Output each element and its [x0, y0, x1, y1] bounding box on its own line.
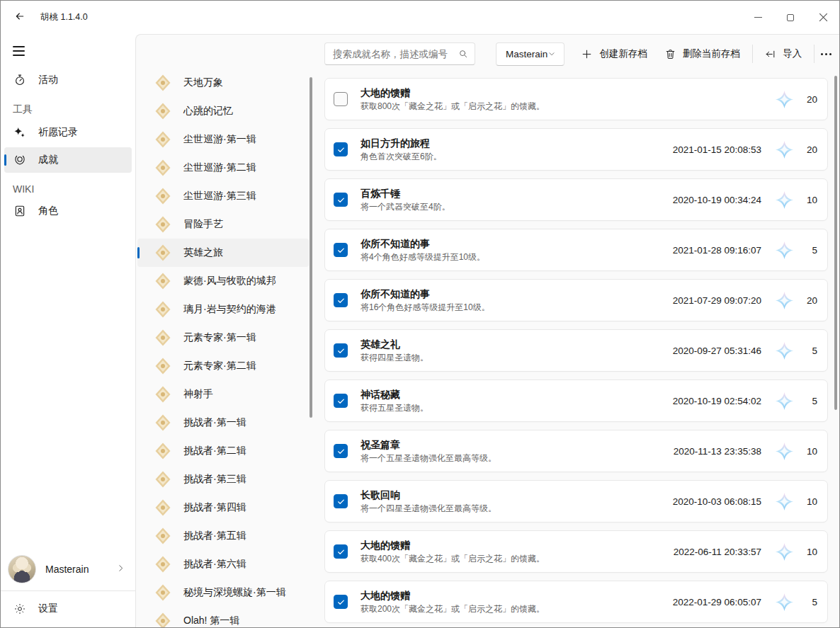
category-item[interactable]: 尘世巡游·第二辑: [137, 154, 309, 182]
chevron-down-icon: [547, 50, 556, 58]
gear-icon: [13, 603, 26, 616]
achievement-card[interactable]: 百炼千锤 将一个武器突破至4阶。 2020-10-19 00:34:24 10: [324, 178, 828, 221]
category-label: 挑战者·第五辑: [183, 530, 246, 542]
category-label: 神射手: [183, 388, 213, 401]
category-item[interactable]: 冒险手艺: [137, 210, 309, 239]
sidebar-item-label: 祈愿记录: [38, 126, 78, 139]
sidebar-item-achievement[interactable]: 成就: [4, 147, 132, 173]
achievement-list: 大地的馈赠 获取800次「藏金之花」或「启示之花」的馈藏。 20 如日方升的旅程…: [324, 78, 828, 627]
achievement-card[interactable]: 如日方升的旅程 角色首次突破至6阶。 2021-01-15 20:08:53 2…: [324, 128, 828, 171]
sidebar-item-character[interactable]: 角色: [4, 198, 132, 224]
category-label: 天地万象: [183, 76, 223, 89]
search-box: [324, 42, 475, 65]
user-card[interactable]: Masterain: [1, 551, 135, 588]
achievement-checkbox[interactable]: [334, 444, 348, 458]
minimize-button[interactable]: [742, 1, 774, 34]
achievement-checkbox[interactable]: [334, 142, 348, 156]
trash-icon: [664, 48, 676, 60]
create-archive-label: 创建新存档: [599, 47, 647, 60]
check-icon: [336, 547, 346, 556]
delete-archive-button[interactable]: 删除当前存档: [659, 42, 746, 66]
close-icon: [819, 13, 828, 22]
achievement-title: 百炼千锤: [361, 187, 673, 200]
minimize-icon: [754, 17, 762, 18]
category-label: 尘世巡游·第一辑: [183, 133, 256, 146]
hamburger-menu-button[interactable]: [8, 39, 35, 63]
category-item[interactable]: 挑战者·第六辑: [137, 550, 309, 578]
achievement-card[interactable]: 神话秘藏 获得五星圣遗物。 2020-10-19 02:54:02 5: [324, 379, 828, 422]
achievement-card[interactable]: 你所不知道的事 将4个角色好感等级提升至10级。 2021-01-28 09:1…: [324, 229, 828, 271]
more-options-button[interactable]: [821, 42, 832, 66]
achievement-checkbox[interactable]: [334, 193, 348, 207]
archive-selected-value: Masterain: [506, 49, 547, 59]
sidebar-item-activity[interactable]: 活动: [4, 67, 132, 93]
import-button[interactable]: 导入: [759, 42, 807, 66]
sidebar-item-wish-record[interactable]: 祈愿记录: [4, 120, 132, 145]
achievement-text: 如日方升的旅程 角色首次突破至6阶。: [361, 137, 673, 162]
category-item[interactable]: 心跳的记忆: [137, 97, 309, 125]
category-item[interactable]: 神射手: [137, 380, 309, 409]
achievement-card[interactable]: 英雄之礼 获得四星圣遗物。 2020-09-27 05:31:46 5: [324, 329, 828, 372]
achievement-checkbox[interactable]: [334, 595, 348, 609]
close-button[interactable]: [807, 1, 839, 34]
achievement-card[interactable]: 大地的馈赠 获取400次「藏金之花」或「启示之花」的馈藏。 2022-06-11…: [324, 530, 828, 573]
content-pane: Masterain 创建新存档 删除当前存档 导入: [135, 34, 839, 627]
achievement-card[interactable]: 长歌回响 将一个四星圣遗物强化至最高等级。 2020-10-03 06:08:1…: [324, 480, 828, 523]
achievement-checkbox[interactable]: [334, 544, 348, 559]
category-emblem-icon: [154, 555, 172, 573]
category-item[interactable]: 英雄之旅: [137, 239, 309, 267]
achievement-reward-count: 10: [800, 446, 817, 457]
achievement-text: 大地的馈赠 获取400次「藏金之花」或「启示之花」的馈藏。: [361, 539, 674, 564]
category-item[interactable]: Olah! 第一辑: [137, 607, 309, 627]
achievement-card[interactable]: 大地的馈赠 获取200次「藏金之花」或「启示之花」的馈藏。 2022-01-29…: [324, 581, 828, 623]
achievement-reward-count: 5: [800, 597, 817, 607]
achievement-text: 你所不知道的事 将16个角色好感等级提升至10级。: [361, 287, 673, 313]
category-item[interactable]: 挑战者·第五辑: [137, 522, 309, 550]
achievement-card[interactable]: 你所不知道的事 将16个角色好感等级提升至10级。 2021-07-29 09:…: [324, 279, 828, 321]
category-item[interactable]: 挑战者·第三辑: [137, 465, 309, 493]
achievement-card[interactable]: 祝圣篇章 将一个五星圣遗物强化至最高等级。 2020-11-13 23:35:3…: [324, 430, 828, 472]
back-button[interactable]: [6, 6, 33, 30]
achievement-checkbox[interactable]: [334, 243, 348, 257]
sidebar-item-label: 角色: [38, 205, 58, 217]
sidebar-section-label: 工具: [13, 103, 135, 116]
main-scrollbar[interactable]: [834, 76, 837, 410]
primogem-icon: [775, 392, 794, 411]
category-item[interactable]: 璃月·岩与契约的海港: [137, 295, 309, 324]
category-label: 秘境与深境螺旋·第一辑: [183, 586, 286, 599]
achievement-description: 将一个武器突破至4阶。: [361, 202, 673, 212]
search-input[interactable]: [333, 49, 458, 59]
maximize-button[interactable]: [774, 1, 807, 34]
app-title: 胡桃 1.1.4.0: [40, 11, 88, 23]
category-item[interactable]: 元素专家·第一辑: [137, 324, 309, 352]
achievement-checkbox[interactable]: [334, 494, 348, 508]
check-icon: [336, 346, 346, 355]
category-item[interactable]: 天地万象: [137, 69, 309, 97]
category-scrollbar[interactable]: [310, 77, 312, 418]
category-item[interactable]: 挑战者·第四辑: [137, 493, 309, 522]
category-item[interactable]: 尘世巡游·第三辑: [137, 182, 309, 210]
category-emblem-icon: [154, 187, 172, 205]
category-item[interactable]: 元素专家·第二辑: [137, 352, 309, 380]
user-name: Masterain: [45, 564, 89, 575]
achievement-checkbox[interactable]: [334, 92, 348, 106]
achievement-card[interactable]: 大地的馈赠 获取800次「藏金之花」或「启示之花」的馈藏。 20: [324, 78, 828, 120]
create-archive-button[interactable]: 创建新存档: [575, 42, 653, 66]
category-item[interactable]: 挑战者·第一辑: [137, 409, 309, 437]
achievement-checkbox[interactable]: [334, 293, 348, 307]
sidebar-item-settings[interactable]: 设置: [4, 595, 132, 623]
achievement-text: 长歌回响 将一个四星圣遗物强化至最高等级。: [361, 489, 673, 514]
category-item[interactable]: 蒙德·风与牧歌的城邦: [137, 267, 309, 295]
category-item[interactable]: 秘境与深境螺旋·第一辑: [137, 578, 309, 607]
achievement-checkbox[interactable]: [334, 343, 348, 358]
archive-selector-dropdown[interactable]: Masterain: [496, 42, 564, 66]
category-label: 挑战者·第二辑: [183, 445, 246, 457]
achievement-checkbox[interactable]: [334, 394, 348, 408]
achievement-description: 将一个四星圣遗物强化至最高等级。: [361, 503, 673, 514]
category-item[interactable]: 挑战者·第二辑: [137, 437, 309, 465]
achievement-title: 大地的馈赠: [361, 589, 673, 602]
category-item[interactable]: 尘世巡游·第一辑: [137, 125, 309, 154]
achievement-completed-time: 2020-10-19 02:54:02: [673, 396, 761, 406]
sidebar-section-label: WIKI: [13, 183, 135, 195]
category-label: 元素专家·第二辑: [183, 360, 256, 372]
